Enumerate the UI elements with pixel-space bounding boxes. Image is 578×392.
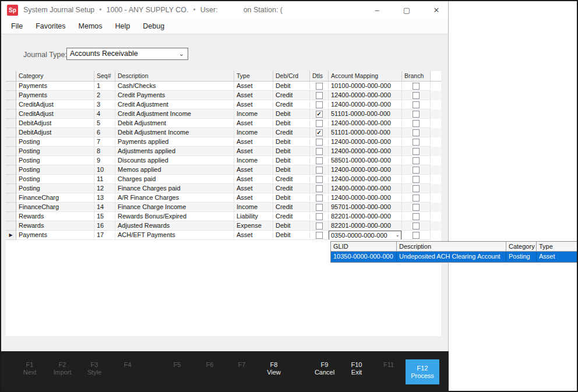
checkbox[interactable] (413, 232, 420, 239)
menu-file[interactable]: File (5, 22, 29, 30)
checkbox[interactable] (316, 195, 323, 202)
row-selector[interactable] (6, 175, 16, 184)
table-row[interactable]: Payments1Cash/ChecksAssetDebit10100-0000… (6, 82, 441, 91)
fkey-f9-button[interactable]: F9Cancel (307, 361, 342, 376)
checkbox[interactable] (413, 185, 420, 192)
col-header-account-mapping[interactable]: Account Mapping (329, 71, 402, 82)
table-row[interactable]: CreditAdjust3Credit AdjustmentAssetCredi… (6, 100, 441, 110)
checkbox[interactable] (316, 223, 323, 229)
account-mapping-combo[interactable]: 0350-0000-000-000⌄ (329, 231, 401, 240)
col-header-type[interactable]: Type (234, 71, 273, 82)
maximize-icon[interactable]: ▢ (397, 6, 417, 15)
checkbox[interactable] (316, 139, 323, 146)
checkbox[interactable] (413, 195, 420, 202)
row-selector[interactable] (6, 91, 16, 100)
dropdown-selected-item[interactable]: 10350-0000-000-000 Undeposited ACH Clear… (331, 252, 577, 262)
checkbox[interactable] (413, 83, 420, 90)
checkbox[interactable] (316, 185, 323, 192)
checkbox[interactable] (316, 204, 323, 211)
checkbox[interactable] (413, 120, 420, 127)
menu-help[interactable]: Help (109, 22, 137, 30)
checkbox[interactable] (413, 92, 420, 99)
close-icon[interactable]: ✕ (427, 6, 446, 15)
row-selector[interactable] (6, 82, 16, 91)
checkbox[interactable] (316, 176, 323, 183)
checkbox[interactable]: ✓ (316, 111, 323, 118)
col-header-description[interactable]: Description (115, 71, 234, 82)
col-header-category[interactable]: Category (16, 71, 94, 82)
row-selector[interactable] (6, 184, 16, 193)
checkbox[interactable] (316, 120, 323, 127)
col-header-seq[interactable]: Seq# (94, 71, 115, 82)
col-header-dtls[interactable]: Dtls (310, 71, 329, 82)
checkbox[interactable] (413, 101, 420, 108)
table-row[interactable]: ▶Payments17ACH/EFT PaymentsAssetDebit035… (6, 231, 441, 240)
cell-branch (402, 175, 431, 184)
cell-filler (431, 231, 441, 240)
table-row[interactable]: Posting7Payments appliedAssetDebit12400-… (6, 137, 441, 147)
fkey-f12-button[interactable]: F12Process (406, 359, 439, 384)
row-selector[interactable] (6, 193, 16, 203)
fkey-f6-button: F6 (192, 361, 227, 369)
checkbox[interactable] (413, 213, 420, 220)
cell-category: Posting (16, 156, 94, 165)
row-selector[interactable] (6, 156, 16, 165)
table-row[interactable]: Posting10Memos appliedAssetDebit12400-00… (6, 165, 441, 175)
table-row[interactable]: Posting12Finance Charges paidAssetCredit… (6, 184, 441, 193)
minimize-icon[interactable]: – (367, 6, 387, 15)
journal-type-select[interactable]: Accounts Receivable ⌄ (66, 48, 188, 60)
cell-filler (431, 165, 441, 175)
menu-favorites[interactable]: Favorites (29, 22, 72, 30)
dropdown-item-type: Asset (537, 252, 577, 262)
checkbox[interactable] (316, 101, 323, 108)
table-row[interactable]: Rewards16Adjusted RewardsExpenseDebit822… (6, 221, 441, 231)
row-selector[interactable] (6, 100, 16, 110)
checkbox[interactable] (413, 148, 420, 155)
table-row[interactable]: FinanceCharg14Finance Charge IncomeIncom… (6, 203, 441, 212)
checkbox[interactable] (413, 204, 420, 211)
table-row[interactable]: FinanceCharg13A/R Finance ChargesAssetDe… (6, 193, 441, 203)
checkbox[interactable] (413, 129, 420, 136)
row-selector[interactable] (6, 165, 16, 175)
row-selector[interactable] (6, 137, 16, 147)
checkbox[interactable]: ✓ (316, 129, 323, 136)
table-row[interactable]: Payments2Credit PaymentsAssetCredit12400… (6, 91, 441, 100)
checkbox[interactable] (316, 92, 323, 99)
checkbox[interactable] (316, 213, 323, 220)
col-header-debcrd[interactable]: Deb/Crd (273, 71, 310, 82)
active-row-arrow-icon[interactable]: ▶ (6, 231, 16, 240)
row-selector[interactable] (6, 212, 16, 221)
cell-seq: 2 (94, 91, 115, 100)
menu-debug[interactable]: Debug (136, 22, 171, 30)
checkbox[interactable] (316, 167, 323, 174)
cell-debcrd: Credit (273, 175, 310, 184)
checkbox[interactable] (316, 157, 323, 164)
fkey-f10-button[interactable]: F10Exit (339, 361, 374, 376)
menu-memos[interactable]: Memos (72, 22, 109, 30)
table-row[interactable]: DebitAdjust6Debit Adjustment IncomeIncom… (6, 128, 441, 137)
table-row[interactable]: Posting11Charges paidAssetCredit12400-00… (6, 175, 441, 184)
checkbox[interactable] (316, 148, 323, 155)
col-header-branch[interactable]: Branch (402, 71, 431, 82)
checkbox[interactable] (413, 157, 420, 164)
row-selector[interactable] (6, 128, 16, 137)
checkbox[interactable] (316, 83, 323, 90)
fkey-f8-button[interactable]: F8View (256, 361, 291, 376)
table-row[interactable]: CreditAdjust4Credit Adjustment IncomeInc… (6, 110, 441, 119)
checkbox[interactable] (316, 232, 323, 239)
row-selector[interactable] (6, 110, 16, 119)
checkbox[interactable] (413, 139, 420, 146)
row-selector[interactable] (6, 119, 16, 128)
table-row[interactable]: DebitAdjust5Debit AdjustmentAssetDebit12… (6, 119, 441, 128)
cell-account-mapping: 95701-0000-000-000 (329, 203, 402, 212)
checkbox[interactable] (413, 167, 420, 174)
table-row[interactable]: Posting9Discounts appliedIncomeDebit5850… (6, 156, 441, 165)
row-selector[interactable] (6, 203, 16, 212)
table-row[interactable]: Rewards15Rewards Bonus/ExpiredLiabilityC… (6, 212, 441, 221)
row-selector[interactable] (6, 147, 16, 156)
row-selector[interactable] (6, 221, 16, 231)
table-row[interactable]: Posting8Adjustments appliedAssetDebit124… (6, 147, 441, 156)
checkbox[interactable] (413, 176, 420, 183)
checkbox[interactable] (413, 223, 420, 229)
checkbox[interactable] (413, 111, 420, 118)
